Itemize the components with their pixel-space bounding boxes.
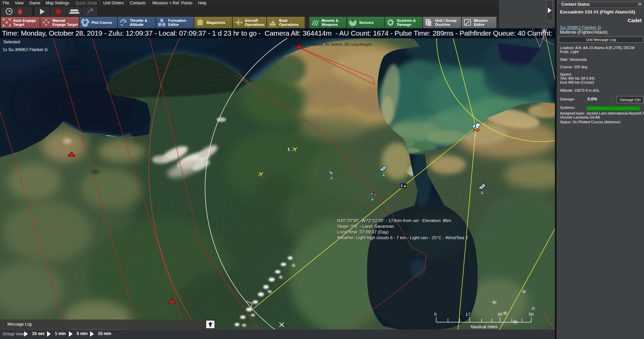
svg-text:A: A <box>481 191 484 195</box>
svg-text:1: 1 <box>288 147 290 152</box>
svg-text:50: 50 <box>529 312 533 317</box>
svg-text:Selected:: Selected: <box>3 40 21 44</box>
svg-text:A: A <box>474 133 477 137</box>
svg-text:Local time: 07:09:37 (Day): Local time: 07:09:37 (Day) <box>337 229 388 235</box>
svg-text:Weather: Light high clouds 6 -: Weather: Light high clouds 6 - 7 km - Li… <box>337 235 468 240</box>
svg-text:A: A <box>382 173 385 177</box>
svg-text:0: 0 <box>434 312 437 317</box>
svg-text:N10°20'39", W72°22'26" - 173nm: N10°20'39", W72°22'26" - 173nm from sel … <box>337 218 451 223</box>
svg-text:Nautical miles: Nautical miles <box>470 324 498 329</box>
svg-text:Slope: 0% - Land: Savannas: Slope: 0% - Land: Savannas <box>337 224 394 229</box>
svg-text:A: A <box>330 176 333 180</box>
svg-text:17: 17 <box>465 312 470 317</box>
svg-text:A: A <box>542 35 545 39</box>
svg-text:AN/TPS-70 (Radar, Air Search,: AN/TPS-70 (Radar, Air Search, 3D Long-Ra… <box>292 42 372 46</box>
svg-text:30: 30 <box>497 312 502 317</box>
svg-text:A: A <box>371 197 374 201</box>
svg-text:1x Su-30MK2 Flanker G: 1x Su-30MK2 Flanker G <box>3 47 48 52</box>
